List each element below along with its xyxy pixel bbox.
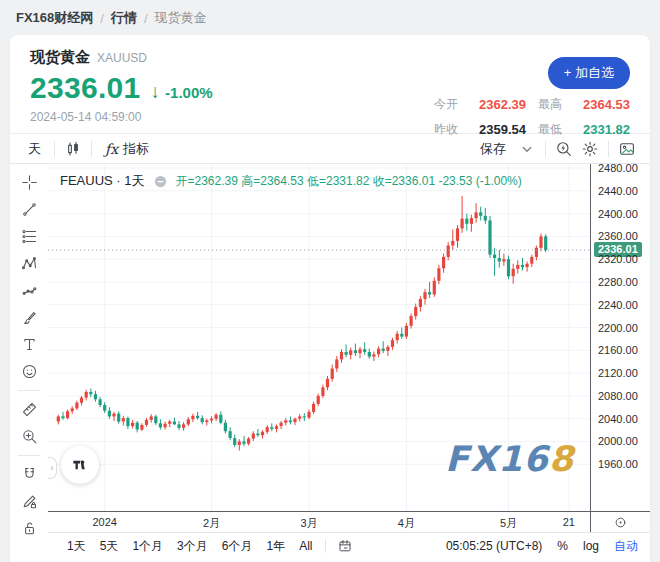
bottom-bar: 1天5天1个月3个月6个月1年All 05:05:25 (UTC+8) % lo… (48, 532, 650, 559)
time-axis[interactable]: 20242月3月4月5月21 (48, 511, 650, 532)
axis-target-icon[interactable] (590, 511, 650, 532)
stat-value-prev-close: 2359.54 (470, 122, 526, 137)
emoji-icon[interactable] (16, 358, 43, 385)
stat-value-open: 2362.39 (470, 97, 526, 112)
text-icon[interactable] (16, 331, 43, 358)
breadcrumb: FX168财经网/行情/现货黄金 (0, 0, 660, 35)
stat-label: 最高 (538, 96, 562, 113)
instrument-symbol: XAUUSD (97, 51, 147, 65)
time-axis-label: 2月 (203, 516, 220, 531)
legend-ohlc-values: 开=2362.39 高=2364.53 低=2331.82 收=2336.01 … (176, 173, 522, 190)
chart-legend: FEAUUS · 1天 开=2362.39 高=2364.53 低=2331.8… (60, 172, 522, 190)
interval-button[interactable]: 天 (20, 140, 49, 158)
price-axis-label: 2480.00 (598, 162, 638, 174)
stat-label: 最低 (538, 121, 562, 138)
percent-scale-toggle[interactable]: % (557, 539, 568, 553)
range-button[interactable]: 1个月 (125, 536, 170, 557)
price-axis-label: 2120.00 (598, 367, 638, 379)
price-axis-label: 2200.00 (598, 322, 638, 334)
range-button[interactable]: 5天 (93, 536, 126, 557)
drawing-toolbar (10, 164, 48, 559)
time-axis-label: 5月 (500, 516, 517, 531)
clock-utc[interactable]: 05:05:25 (UTC+8) (446, 539, 542, 553)
range-button[interactable]: 3个月 (170, 536, 215, 557)
breadcrumb-item[interactable]: 行情 (111, 9, 137, 27)
range-button[interactable]: All (292, 537, 319, 555)
gear-icon[interactable] (577, 137, 603, 161)
snapshot-icon[interactable] (614, 137, 640, 161)
fib-retracement-icon[interactable] (16, 223, 43, 250)
price-axis-label: 2240.00 (598, 299, 638, 311)
forecast-icon[interactable] (16, 277, 43, 304)
goto-date-icon[interactable] (332, 534, 358, 558)
quote-card: 现货黄金 XAUUSD 2336.01 ↓ -1.00% 2024-05-14 … (10, 35, 650, 562)
price-axis-label: 2400.00 (598, 208, 638, 220)
down-arrow-icon: ↓ (151, 81, 161, 103)
price-axis-label: 1960.00 (598, 458, 638, 470)
candle-style-icon[interactable] (60, 137, 86, 161)
price-axis-label: 2080.00 (598, 390, 638, 402)
indicators-button[interactable]: ƒx 指标 (97, 140, 157, 158)
fx168-watermark: FX168 (445, 439, 574, 479)
stat-label: 昨收 (434, 121, 458, 138)
brush-icon[interactable] (16, 304, 43, 331)
stat-value-high: 2364.53 (574, 97, 630, 112)
lock-open-icon[interactable] (16, 515, 43, 542)
drawing-lock-icon[interactable] (16, 488, 43, 515)
trend-line-icon[interactable] (16, 196, 43, 223)
instrument-name: 现货黄金 (30, 48, 90, 67)
chart-toolbar: 天 ƒx 指标 保存 (10, 134, 650, 164)
quote-header: 现货黄金 XAUUSD 2336.01 ↓ -1.00% 2024-05-14 … (10, 35, 650, 133)
auto-scale-toggle[interactable]: 自动 (614, 538, 638, 555)
toolbar-collapse-handle[interactable]: ‹ (48, 457, 57, 479)
magnet-icon[interactable] (16, 461, 43, 488)
tradingview-logo[interactable] (61, 446, 99, 484)
range-buttons: 1天5天1个月3个月6个月1年All (60, 536, 319, 557)
price-axis-label: 2360.00 (598, 230, 638, 242)
add-watchlist-button[interactable]: + 加自选 (548, 57, 630, 89)
ruler-icon[interactable] (16, 396, 43, 423)
price-axis[interactable]: 2336.01 2480.002440.002400.002360.002320… (590, 164, 650, 511)
range-button[interactable]: 1天 (60, 536, 93, 557)
zoom-in-icon[interactable] (16, 423, 43, 450)
save-button[interactable]: 保存 (472, 140, 514, 158)
stat-label: 今开 (434, 96, 458, 113)
price-axis-label: 2000.00 (598, 435, 638, 447)
price-axis-label: 2280.00 (598, 276, 638, 288)
chevron-down-icon[interactable] (514, 137, 540, 161)
quick-search-icon[interactable] (551, 137, 577, 161)
quote-stats: 今开 2362.39 最高 2364.53 昨收 2359.54 最低 2331… (434, 96, 630, 138)
log-scale-toggle[interactable]: log (583, 539, 599, 553)
change-percent: -1.00% (165, 84, 213, 101)
time-axis-label: 3月 (300, 516, 317, 531)
range-button[interactable]: 1年 (259, 536, 292, 557)
time-axis-label: 21 (563, 516, 575, 528)
stat-value-low: 2331.82 (574, 122, 630, 137)
fx-icon: ƒx (105, 141, 118, 157)
last-price: 2336.01 (30, 71, 141, 105)
breadcrumb-item[interactable]: FX168财经网 (16, 9, 93, 27)
xabcd-pattern-icon[interactable] (16, 250, 43, 277)
price-axis-label: 2160.00 (598, 344, 638, 356)
chart-plot-area[interactable]: FEAUUS · 1天 开=2362.39 高=2364.53 低=2331.8… (48, 164, 590, 511)
crosshair-icon[interactable] (16, 169, 43, 196)
time-axis-label: 4月 (398, 516, 415, 531)
legend-symbol: FEAUUS · 1天 (60, 172, 145, 190)
range-button[interactable]: 6个月 (215, 536, 260, 557)
price-axis-label: 2440.00 (598, 185, 638, 197)
time-axis-label: 2024 (92, 516, 116, 528)
price-axis-label: 2040.00 (598, 413, 638, 425)
breadcrumb-item: 现货黄金 (155, 9, 207, 27)
time-axis-labels[interactable]: 20242月3月4月5月21 (48, 511, 590, 532)
hide-series-icon[interactable] (153, 174, 168, 189)
price-axis-label: 2320.00 (598, 253, 638, 265)
chart-widget: 天 ƒx 指标 保存 (10, 133, 650, 559)
